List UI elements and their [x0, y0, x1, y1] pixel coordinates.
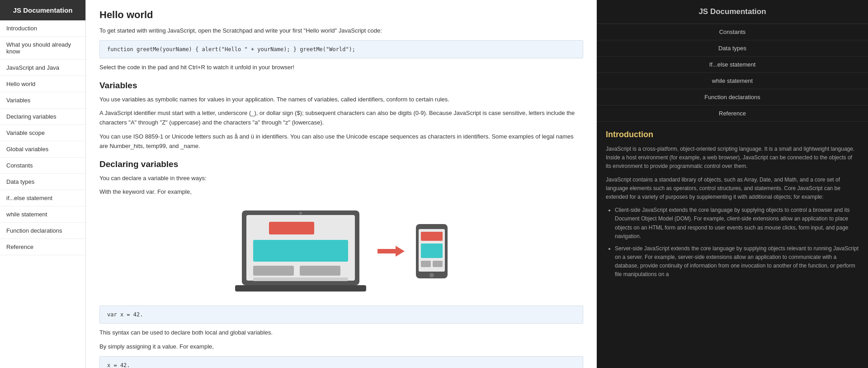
variables-text-1: You use variables as symbolic names for …: [99, 95, 583, 105]
right-sidebar-item-reference[interactable]: Reference: [597, 105, 868, 122]
sidebar-item-introduction[interactable]: Introduction: [0, 20, 85, 37]
svg-point-16: [429, 273, 434, 277]
select-hint: Select the code in the pad and hit Ctrl+…: [99, 63, 583, 72]
intro-text-2: JavaScript contains a standard library o…: [606, 176, 859, 202]
left-sidebar: JS Documentation Introduction What you s…: [0, 0, 86, 368]
right-sidebar-item-if-else[interactable]: If...else statement: [597, 57, 868, 73]
sidebar-item-hello-world[interactable]: Hello world: [0, 76, 85, 92]
sidebar-item-variable-scope[interactable]: Variable scope: [0, 125, 85, 141]
right-sidebar: JS Documentation Constants Data types If…: [597, 0, 868, 368]
svg-rect-3: [253, 240, 348, 262]
sidebar-item-variables[interactable]: Variables: [0, 92, 85, 109]
laptop-illustration: [233, 206, 368, 296]
hello-world-intro: To get started with writing JavaScript, …: [99, 26, 583, 36]
sidebar-item-reference[interactable]: Reference: [0, 239, 85, 255]
right-sidebar-item-constants[interactable]: Constants: [597, 24, 868, 40]
illustration-container: [99, 206, 583, 296]
sidebar-item-data-types[interactable]: Data types: [0, 174, 85, 190]
svg-point-8: [299, 212, 302, 215]
variables-heading: Variables: [99, 81, 583, 91]
sidebar-item-declaring-variables[interactable]: Declaring variables: [0, 109, 85, 125]
svg-rect-4: [253, 266, 294, 276]
sidebar-item-function-declarations[interactable]: Function declarations: [0, 223, 85, 239]
intro-text-1: JavaScript is a cross-platform, object-o…: [606, 145, 859, 171]
intro-bullet-1: Client-side JavaScript extends the core …: [615, 206, 859, 241]
declaring-text-2: With the keyword var. For example,: [99, 187, 583, 197]
svg-rect-7: [235, 285, 366, 292]
svg-rect-5: [300, 266, 340, 276]
svg-rect-2: [269, 222, 314, 234]
variables-text-2: A JavaScript identifier must start with …: [99, 109, 583, 128]
declaring-variables-heading: Declaring variables: [99, 159, 583, 169]
svg-rect-15: [433, 261, 443, 267]
svg-rect-13: [421, 244, 443, 258]
code-block-greet: function greetMe(yourName) { alert("Hell…: [99, 40, 583, 58]
svg-rect-14: [421, 261, 431, 267]
declaring-text-3: This syntax can be used to declare both …: [99, 328, 583, 338]
declaring-text-4: By simply assigning it a value. For exam…: [99, 342, 583, 352]
svg-rect-12: [421, 232, 443, 241]
sidebar-item-global-variables[interactable]: Global variables: [0, 141, 85, 158]
arrow-icon: [377, 242, 405, 260]
sidebar-item-if-else[interactable]: if...else statement: [0, 190, 85, 206]
right-sidebar-item-while[interactable]: while statement: [597, 73, 868, 89]
sidebar-item-what-you-should-know[interactable]: What you should already know: [0, 37, 85, 60]
code-block-assign: x = 42.: [99, 356, 583, 368]
svg-rect-6: [253, 277, 348, 281]
phone-illustration: [414, 222, 450, 281]
code-block-var: var x = 42.: [99, 306, 583, 324]
sidebar-item-constants[interactable]: Constants: [0, 158, 85, 174]
right-sidebar-item-data-types[interactable]: Data types: [597, 40, 868, 57]
intro-bullet-2: Server-side JavaScript extends the core …: [615, 244, 859, 279]
sidebar-item-while[interactable]: while statement: [0, 206, 85, 223]
right-sidebar-intro: Introduction JavaScript is a cross-platf…: [597, 122, 868, 291]
declaring-text-1: You can declare a variable in three ways…: [99, 174, 583, 183]
main-content: Hello world To get started with writing …: [86, 0, 597, 368]
hello-world-heading: Hello world: [99, 9, 583, 21]
sidebar-item-javascript-and-java[interactable]: JavaScript and Java: [0, 60, 85, 76]
variables-text-3: You can use ISO 8859-1 or Unicode letter…: [99, 132, 583, 151]
left-sidebar-title: JS Documentation: [0, 0, 85, 20]
intro-heading: Introduction: [606, 130, 859, 139]
svg-marker-9: [377, 246, 405, 257]
right-sidebar-title: JS Documentation: [597, 0, 868, 24]
intro-list: Client-side JavaScript extends the core …: [606, 206, 859, 279]
right-sidebar-item-function-declarations[interactable]: Function declarations: [597, 89, 868, 105]
